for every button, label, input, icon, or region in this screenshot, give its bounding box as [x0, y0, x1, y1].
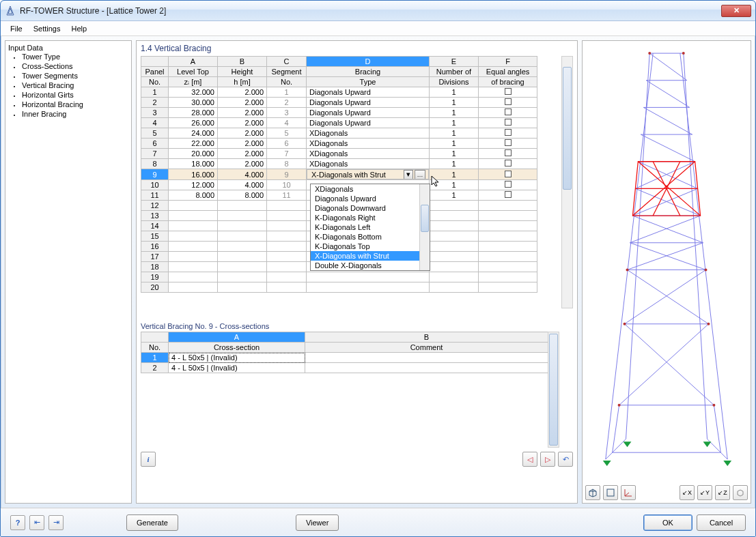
- dropdown-item[interactable]: XDiagonals: [311, 184, 430, 194]
- svg-point-2: [626, 268, 629, 271]
- sidebar-item-inner-bracing[interactable]: Inner Bracing: [8, 109, 128, 119]
- close-button[interactable]: ✕: [721, 5, 751, 17]
- titlebar[interactable]: RF-TOWER Structure - [Lattice Tower 2] ✕: [1, 1, 755, 21]
- panel-title: 1.4 Vertical Bracing: [141, 44, 573, 56]
- footer: ? ⇤ ⇥ Generate Viewer OK Cancel: [1, 508, 755, 536]
- sub-table-scrollbar[interactable]: [548, 332, 559, 448]
- equal-angles-checkbox[interactable]: [505, 108, 512, 115]
- cube-wire-icon: [606, 488, 615, 497]
- dropdown-item[interactable]: Diagonals Upward: [311, 194, 430, 203]
- undo-icon: ↶: [563, 455, 569, 464]
- iso-cube-icon: [736, 488, 745, 497]
- equal-angles-checkbox[interactable]: [505, 119, 512, 126]
- svg-point-7: [712, 404, 715, 407]
- subpanel-title: Vertical Bracing No. 9 - Cross-sections: [141, 322, 573, 332]
- cube-icon: [588, 488, 598, 497]
- dropdown-item[interactable]: K-Diagonals Left: [311, 222, 430, 232]
- view-iso-button[interactable]: [733, 485, 748, 500]
- dropdown-arrow-icon[interactable]: ▾: [404, 170, 413, 179]
- viewer-btn-1[interactable]: [585, 485, 600, 500]
- dropdown-item[interactable]: Diagonals Downward: [311, 203, 430, 213]
- equal-angles-checkbox[interactable]: [505, 171, 512, 177]
- sidebar: Input Data Tower Type Cross-Sections Tow…: [5, 40, 132, 504]
- app-window: RF-TOWER Structure - [Lattice Tower 2] ✕…: [0, 0, 756, 537]
- import-button[interactable]: ⇤: [29, 515, 44, 530]
- equal-angles-checkbox[interactable]: [505, 191, 512, 198]
- info-button[interactable]: i: [141, 452, 156, 467]
- menu-settings[interactable]: Settings: [28, 23, 66, 34]
- next-button[interactable]: ▷: [540, 452, 555, 467]
- import-icon: ⇤: [34, 518, 40, 527]
- dropdown-item[interactable]: K-Diagonals Top: [311, 242, 430, 251]
- export-icon: ⇥: [53, 518, 59, 527]
- window-title: RF-TOWER Structure - [Lattice Tower 2]: [20, 6, 721, 16]
- svg-point-4: [624, 323, 626, 325]
- equal-angles-checkbox[interactable]: [505, 129, 512, 136]
- svg-point-0: [648, 52, 651, 55]
- sidebar-heading: Input Data: [8, 44, 128, 52]
- sidebar-item-horizontal-bracing[interactable]: Horizontal Bracing: [8, 100, 128, 109]
- main-table-wrap: ABCDEFPanelLevel TopHeightSegmentBracing…: [141, 56, 573, 308]
- view-x-button[interactable]: ↙X: [680, 485, 695, 500]
- menu-file[interactable]: File: [5, 23, 28, 34]
- equal-angles-checkbox[interactable]: [505, 98, 512, 105]
- viewer-btn-2[interactable]: [603, 485, 618, 500]
- svg-rect-8: [607, 489, 614, 496]
- bracing-type-dropdown[interactable]: XDiagonalsDiagonals UpwardDiagonals Down…: [310, 184, 430, 271]
- svg-point-6: [618, 404, 621, 407]
- content-area: Input Data Tower Type Cross-Sections Tow…: [1, 36, 755, 508]
- svg-point-5: [708, 323, 710, 325]
- viewer-btn-3[interactable]: [621, 485, 636, 500]
- view-z-button[interactable]: ↙Z: [715, 485, 730, 500]
- main-panel: 1.4 Vertical Bracing ABCDEFPanelLevel To…: [136, 40, 578, 504]
- sidebar-item-tower-segments[interactable]: Tower Segments: [8, 71, 128, 81]
- menubar: File Settings Help: [1, 21, 755, 36]
- dropdown-item[interactable]: X-Diagonals with Strut: [311, 251, 430, 261]
- browse-button[interactable]: …: [415, 170, 425, 179]
- app-icon: [5, 5, 16, 16]
- view-y-button[interactable]: ↙Y: [697, 485, 712, 500]
- svg-point-1: [682, 52, 685, 55]
- axis-y-icon: ↙Y: [700, 489, 710, 496]
- equal-angles-checkbox[interactable]: [505, 160, 512, 166]
- viewer-toolbar: ↙X ↙Y ↙Z: [585, 482, 748, 500]
- svg-point-3: [705, 268, 708, 271]
- dropdown-item[interactable]: K-Diagonals Right: [311, 213, 430, 222]
- tower-svg: [585, 44, 748, 482]
- equal-angles-checkbox[interactable]: [505, 181, 512, 188]
- dropdown-scrollbar[interactable]: [419, 184, 430, 270]
- equal-angles-checkbox[interactable]: [505, 88, 512, 95]
- equal-angles-checkbox[interactable]: [505, 139, 512, 146]
- triangle-left-icon: ◁: [527, 455, 533, 464]
- triangle-right-icon: ▷: [545, 455, 550, 464]
- subpanel-table[interactable]: ABNo.Cross-sectionComment14 - L 50x5 | (…: [141, 332, 548, 373]
- equal-angles-checkbox[interactable]: [505, 149, 512, 156]
- main-toolbar: i ◁ ▷ ↶: [141, 448, 573, 467]
- cross-sections-panel: Vertical Bracing No. 9 - Cross-sections …: [141, 322, 573, 448]
- cancel-button[interactable]: Cancel: [697, 514, 746, 531]
- axis-x-icon: ↙X: [682, 489, 692, 496]
- axis-z-icon: ↙Z: [718, 489, 727, 496]
- axes-icon: [624, 488, 633, 497]
- dropdown-item[interactable]: Double X-Diagonals: [311, 261, 430, 270]
- dropdown-item[interactable]: K-Diagonals Bottom: [311, 232, 430, 242]
- sidebar-item-cross-sections[interactable]: Cross-Sections: [8, 61, 128, 71]
- menu-help[interactable]: Help: [66, 23, 92, 34]
- bracing-type-cell[interactable]: X-Diagonals with Strut▾…: [307, 169, 429, 179]
- prev-button[interactable]: ◁: [522, 452, 537, 467]
- viewer-panel: ↙X ↙Y ↙Z: [582, 40, 751, 504]
- sidebar-item-tower-type[interactable]: Tower Type: [8, 52, 128, 61]
- ok-button[interactable]: OK: [643, 514, 692, 531]
- sidebar-item-horizontal-girts[interactable]: Horizontal Girts: [8, 90, 128, 100]
- sidebar-item-vertical-bracing[interactable]: Vertical Bracing: [8, 81, 128, 90]
- export-button[interactable]: ⇥: [48, 515, 64, 530]
- undo-button[interactable]: ↶: [558, 452, 573, 467]
- generate-button[interactable]: Generate: [126, 514, 178, 531]
- help-button[interactable]: ?: [10, 515, 25, 530]
- viewer-button[interactable]: Viewer: [296, 514, 339, 531]
- main-table-scrollbar[interactable]: [561, 56, 573, 308]
- tower-canvas[interactable]: [585, 44, 748, 482]
